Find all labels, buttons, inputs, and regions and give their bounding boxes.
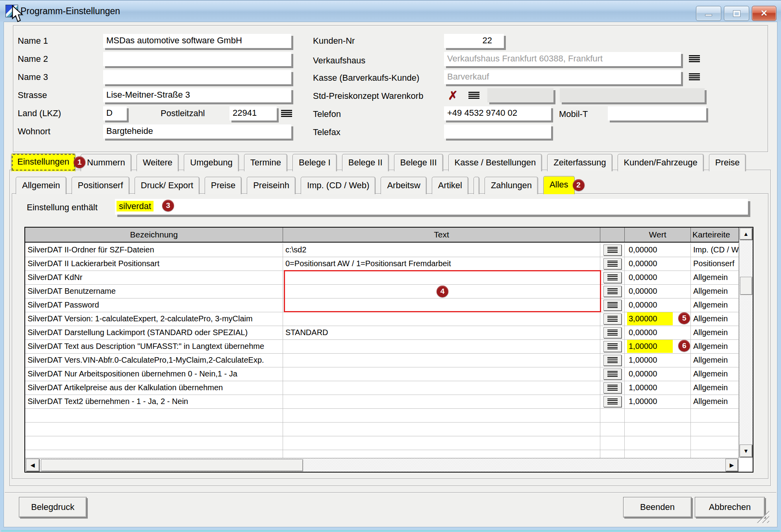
main-tab[interactable]: Weitere <box>137 154 179 171</box>
filter-input[interactable]: silverdat 3 <box>115 199 748 215</box>
main-tab[interactable]: Kunden/Fahrzeuge <box>618 154 704 171</box>
table-row[interactable]: SilverDAT Artikelpreise aus der Kalkulat… <box>25 381 739 395</box>
row-menu-button[interactable] <box>603 313 622 324</box>
sub-tab[interactable] <box>474 177 479 194</box>
menu-lines-icon <box>607 330 618 336</box>
row-menu-button[interactable] <box>603 300 622 311</box>
land-label: Land (LKZ) <box>18 108 61 119</box>
sub-tab[interactable]: Artikel <box>432 177 468 194</box>
scroll-up-icon[interactable]: ▲ <box>740 228 752 240</box>
std-preis-list-icon[interactable] <box>468 92 479 99</box>
table-row[interactable]: SilverDAT Nur Arbeitspositionen übernehm… <box>25 367 739 381</box>
sub-tab[interactable]: Zahlungen <box>485 177 538 194</box>
table-row[interactable]: SilverDAT II-Ordner für SZF-Dateien c:\s… <box>25 243 739 257</box>
kasse-input[interactable]: Barverkauf <box>444 70 681 84</box>
wert-value: 0,00000 <box>627 257 659 270</box>
cell-text: c:\sd2 <box>283 243 600 257</box>
row-menu-button[interactable] <box>603 245 622 256</box>
strasse-input[interactable]: Lise-Meitner-Straße 3 <box>103 88 291 102</box>
column-header-text[interactable]: Text <box>283 228 600 242</box>
cell-text <box>283 395 600 408</box>
verkaufshaus-list-icon[interactable] <box>689 55 700 63</box>
horizontal-scroll-thumb[interactable] <box>41 459 303 471</box>
telefax-input[interactable] <box>444 124 551 139</box>
cell-menu <box>600 271 625 284</box>
main-tab[interactable]: Belege III <box>394 154 443 171</box>
sub-tab[interactable]: Preise <box>205 177 242 194</box>
table-row[interactable]: SilverDAT Text aus Description "UMFASST:… <box>25 340 739 354</box>
cell-bezeichnung: SilverDAT Text2 übernehmen - 1 - Ja, 2 -… <box>25 395 283 408</box>
row-menu-button[interactable] <box>603 341 622 352</box>
sub-tab[interactable]: Druck/ Export <box>135 177 200 194</box>
row-menu-button[interactable] <box>603 272 622 283</box>
row-menu-button[interactable] <box>603 382 622 393</box>
row-menu-button[interactable] <box>603 369 622 380</box>
row-menu-button[interactable] <box>603 396 622 407</box>
settings-table: Bezeichnung Text Wert Karteireite Silver… <box>24 227 753 473</box>
abbrechen-button[interactable]: Abbrechen <box>695 497 765 517</box>
plz-input[interactable]: 22941 <box>229 106 277 120</box>
annotation-badge: 1 <box>74 156 85 168</box>
scroll-right-icon[interactable]: ▶ <box>725 459 738 471</box>
title-bar[interactable]: Programm-Einstellungen ✕ <box>0 0 781 22</box>
telefon-input[interactable]: +49 4532 9740 02 <box>444 106 551 120</box>
vertical-scroll-thumb[interactable] <box>740 277 752 295</box>
maximize-button[interactable] <box>724 6 749 21</box>
main-tab[interactable]: Umgebung <box>184 154 239 171</box>
column-header-icon[interactable] <box>600 228 625 242</box>
row-menu-button[interactable] <box>603 258 622 269</box>
menu-lines-icon <box>607 274 618 281</box>
main-tab[interactable]: Nummern <box>81 154 131 171</box>
cell-wert: 0,00000 <box>625 285 691 298</box>
scroll-down-icon[interactable]: ▼ <box>740 445 752 457</box>
horizontal-scrollbar[interactable]: ◀ ▶ <box>25 458 739 472</box>
main-tab[interactable]: Belege II <box>342 154 389 171</box>
minimize-button[interactable] <box>696 6 721 21</box>
row-menu-button[interactable] <box>603 355 622 366</box>
table-row[interactable]: SilverDAT Darstellung Lackimport (STANDA… <box>25 326 739 340</box>
sub-tab[interactable]: Alles 2 <box>543 176 575 194</box>
kasse-list-icon[interactable] <box>689 73 700 81</box>
clear-x-icon[interactable]: ✗ <box>448 90 458 102</box>
kunden-nr-input[interactable]: 22 <box>444 34 504 48</box>
name1-input[interactable]: MSDas automotive software GmbH <box>103 34 291 48</box>
column-header-wert[interactable]: Wert <box>625 228 691 242</box>
main-tab[interactable]: Preise <box>709 154 746 171</box>
plz-list-icon[interactable] <box>281 110 292 117</box>
row-menu-button[interactable] <box>603 327 622 338</box>
column-header-karteireiter[interactable]: Karteireite <box>691 228 739 242</box>
sub-tab[interactable]: Positionserf <box>72 177 130 194</box>
main-tab[interactable]: Kasse / Bestellungen <box>448 154 542 171</box>
row-menu-button[interactable] <box>603 286 622 297</box>
main-tab[interactable]: Termine <box>244 154 287 171</box>
land-input[interactable]: D <box>103 106 127 120</box>
mobil-input[interactable] <box>608 106 706 120</box>
cell-karteireiter: Allgemein <box>691 367 739 381</box>
table-row[interactable]: SilverDAT Vers.VIN-Abfr.0-CalculatePro,1… <box>25 354 739 367</box>
cell-text <box>283 354 600 367</box>
table-row[interactable]: SilverDAT Text2 übernehmen - 1 - Ja, 2 -… <box>25 395 739 409</box>
wohnort-input[interactable]: Bargteheide <box>103 124 291 139</box>
main-tab[interactable]: Zeiterfassung <box>547 154 612 171</box>
cell-karteireiter: Allgemein <box>691 326 739 339</box>
table-row[interactable]: SilverDAT Version: 1-calculateExpert, 2-… <box>25 312 739 326</box>
column-header-bezeichnung[interactable]: Bezeichnung <box>25 228 283 242</box>
menu-lines-icon <box>607 288 618 295</box>
main-tab[interactable]: Einstellungen 1 <box>11 153 76 171</box>
main-tab[interactable]: Belege I <box>292 154 337 171</box>
sub-tab[interactable]: Arbeitsw <box>381 177 426 194</box>
scroll-left-icon[interactable]: ◀ <box>26 459 39 471</box>
close-button[interactable]: ✕ <box>752 6 776 21</box>
name2-input[interactable] <box>103 52 291 66</box>
sub-tab[interactable]: Imp. (CD / Web) <box>301 177 376 194</box>
beenden-button[interactable]: Beenden <box>623 497 692 517</box>
cell-text <box>283 381 600 395</box>
cell-wert: 0,00000 <box>625 271 691 284</box>
vertical-scrollbar[interactable]: ▲ ▼ <box>739 228 753 458</box>
verkaufshaus-input[interactable]: Verkaufshaus Frankfurt 60388, Frankfurt <box>444 52 681 66</box>
name3-input[interactable] <box>103 70 291 84</box>
sub-tab[interactable]: Allgemein <box>16 177 67 194</box>
table-row[interactable]: SilverDAT II Lackierarbeit Positionsart … <box>25 257 739 271</box>
sub-tab[interactable]: Preiseinh <box>247 177 296 194</box>
belegdruck-button[interactable]: Belegdruck <box>19 497 87 517</box>
